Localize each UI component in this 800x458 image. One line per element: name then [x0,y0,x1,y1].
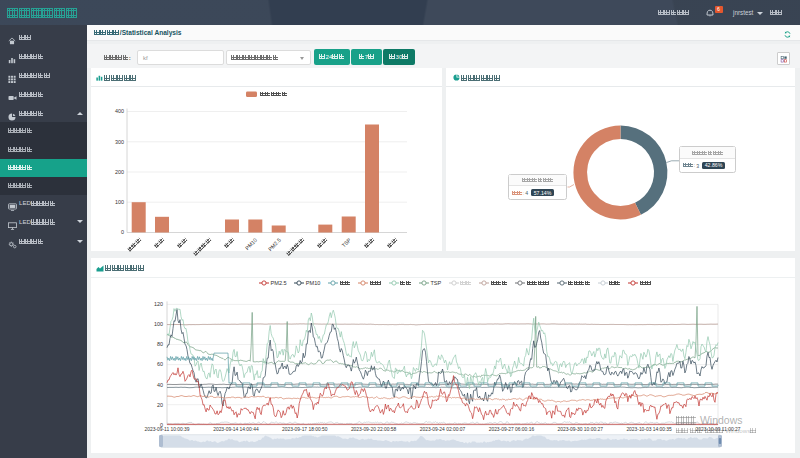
svg-text:2023-09-14 14:00:44: 2023-09-14 14:00:44 [213,427,259,432]
svg-text:40: 40 [157,382,163,388]
svg-text:2023-09-17 18:00:50: 2023-09-17 18:00:50 [282,427,328,432]
svg-text:120: 120 [154,301,163,307]
svg-text:2023-09-30 10:00:27: 2023-09-30 10:00:27 [557,427,603,432]
svg-text:100: 100 [154,321,163,327]
svg-text:2023-09-11 10:00:39: 2023-09-11 10:00:39 [144,427,189,432]
svg-text:2023-09-20 22:00:58: 2023-09-20 22:00:58 [351,427,397,432]
svg-text:60: 60 [157,361,163,367]
svg-text:2023-10-03 14:00:35: 2023-10-03 14:00:35 [626,427,672,432]
svg-text:80: 80 [157,341,163,347]
svg-text:2023-09-24 02:00:07: 2023-09-24 02:00:07 [420,427,466,432]
svg-text:2023-09-27 06:00:16: 2023-09-27 06:00:16 [489,427,535,432]
svg-text:20: 20 [157,402,163,408]
